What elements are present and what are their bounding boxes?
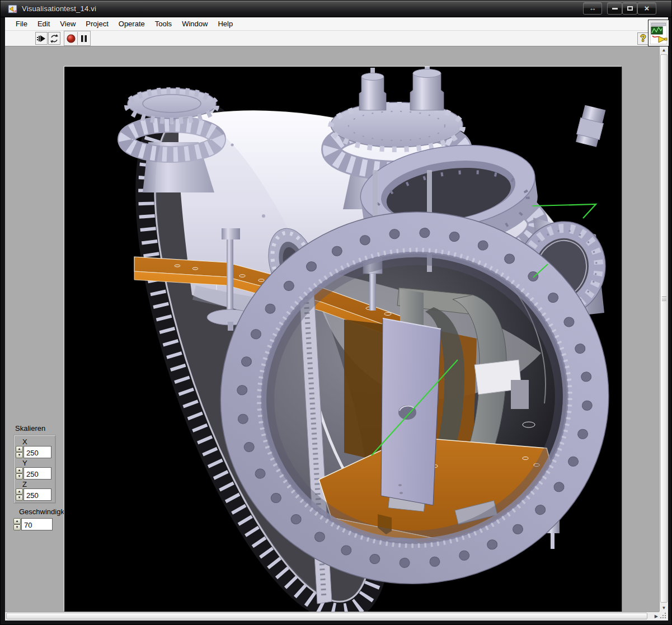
svg-text:14: 14: [13, 10, 17, 13]
y-axis-label: Y: [22, 459, 27, 467]
decrement-icon[interactable]: ▼: [16, 495, 23, 501]
menu-operate[interactable]: Operate: [114, 17, 150, 31]
context-help-button[interactable]: ?: [637, 32, 649, 45]
z-spinner[interactable]: ▲▼: [16, 488, 23, 501]
z-value-field[interactable]: [24, 488, 51, 501]
menu-window[interactable]: Window: [177, 17, 213, 31]
run-continuously-button[interactable]: [48, 32, 60, 45]
vertical-scrollbar-thumb[interactable]: [660, 54, 668, 603]
abort-icon: [66, 34, 76, 44]
increment-icon[interactable]: ▲: [13, 518, 21, 524]
vi-panel-icon: [648, 20, 669, 46]
scale-cluster-label: Skalieren: [15, 424, 45, 433]
menu-view[interactable]: View: [55, 17, 81, 31]
vi-file-icon: 14: [8, 4, 18, 14]
increment-icon[interactable]: ▲: [16, 467, 23, 473]
decrement-icon[interactable]: ▼: [16, 473, 23, 480]
labview-window: 14 Visualisationtest_14.vi ↔ × File Edit…: [0, 0, 672, 625]
z-scale-control: ▲▼: [16, 488, 51, 501]
abort-button[interactable]: [65, 32, 77, 45]
window-title: Visualisationtest_14.vi: [22, 4, 96, 13]
decrement-icon[interactable]: ▼: [13, 524, 21, 530]
front-panel: Skalieren X ▲▼ Y ▲▼ Z ▲▼ Geschwindigkeit…: [5, 46, 668, 621]
run-button[interactable]: [35, 32, 48, 45]
resize-toggle-button[interactable]: ↔: [583, 2, 602, 15]
3d-viewport[interactable]: [64, 67, 622, 612]
pause-icon: [80, 34, 88, 43]
menu-file[interactable]: File: [11, 17, 32, 31]
close-button[interactable]: ×: [637, 2, 656, 15]
increment-icon[interactable]: ▲: [16, 488, 23, 495]
x-spinner[interactable]: ▲▼: [16, 446, 23, 458]
menu-help[interactable]: Help: [213, 17, 238, 31]
z-axis-label: Z: [22, 480, 27, 488]
3d-scene: [64, 67, 622, 612]
speed-spinner[interactable]: ▲▼: [13, 518, 21, 530]
maximize-button[interactable]: [622, 2, 637, 15]
speed-value-field[interactable]: [21, 518, 53, 530]
y-scale-control: ▲▼: [16, 467, 51, 480]
scroll-right-icon[interactable]: ▶: [655, 613, 658, 620]
x-value-field[interactable]: [24, 446, 51, 458]
x-scale-control: ▲▼: [16, 446, 51, 458]
run-icon: [36, 34, 46, 44]
horizontal-scrollbar-thumb[interactable]: [6, 613, 647, 619]
y-value-field[interactable]: [24, 467, 51, 480]
minimize-icon: [612, 8, 618, 10]
stop-pause-group: [64, 31, 91, 46]
maximize-icon: [627, 6, 633, 11]
toolbar: ?: [5, 31, 668, 46]
thumb-grip-icon: [662, 297, 666, 301]
x-axis-label: X: [22, 438, 27, 446]
pause-button[interactable]: [77, 32, 90, 45]
titlebar[interactable]: 14 Visualisationtest_14.vi ↔ ×: [1, 1, 672, 17]
horizontal-scrollbar[interactable]: ▶: [5, 612, 659, 621]
minimize-button[interactable]: [607, 2, 622, 15]
decrement-icon[interactable]: ▼: [16, 452, 23, 458]
resize-grip[interactable]: [659, 612, 668, 621]
scroll-up-icon[interactable]: ▲: [660, 46, 668, 54]
menubar: File Edit View Project Operate Tools Win…: [5, 17, 668, 31]
increment-icon[interactable]: ▲: [16, 446, 23, 452]
scroll-down-icon[interactable]: ▼: [660, 604, 668, 612]
menu-edit[interactable]: Edit: [32, 17, 55, 31]
speed-control: ▲▼: [13, 518, 53, 530]
vertical-scrollbar[interactable]: ▲ ▼: [659, 46, 668, 612]
y-spinner[interactable]: ▲▼: [16, 467, 23, 480]
menu-project[interactable]: Project: [81, 17, 113, 31]
run-continuously-icon: [49, 34, 59, 44]
menu-tools[interactable]: Tools: [150, 17, 177, 31]
